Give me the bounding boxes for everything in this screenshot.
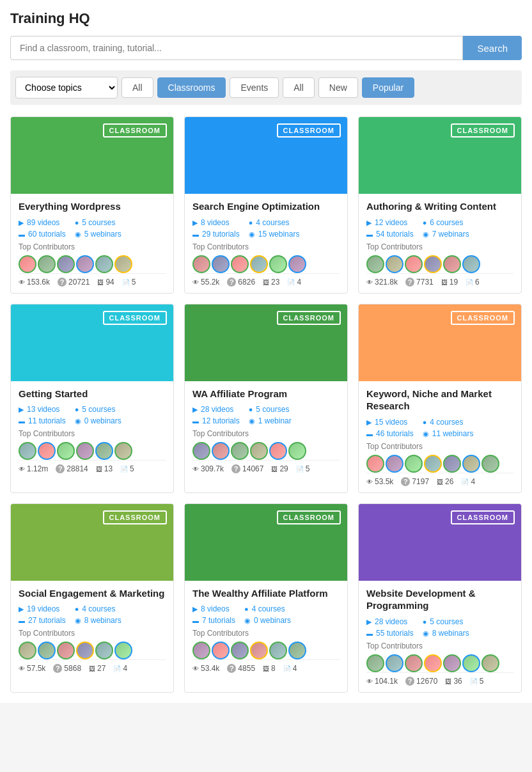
- card-authoring[interactable]: CLASSROOM Authoring & Writing Content 12…: [358, 116, 522, 294]
- course-icon: [423, 617, 427, 626]
- avatar-group-8: [192, 642, 340, 659]
- card-wa-affiliate[interactable]: CLASSROOM WA Affiliate Program 28 videos…: [184, 304, 348, 493]
- tutorial-icon: [19, 230, 25, 239]
- avatar: [443, 654, 461, 672]
- filter-all2-btn[interactable]: All: [283, 77, 315, 98]
- avatar: [481, 654, 499, 672]
- avatar: [114, 442, 132, 460]
- image-icon: [263, 278, 269, 287]
- card-getting-started[interactable]: CLASSROOM Getting Started 13 videos 11 t…: [10, 304, 174, 493]
- avatar: [366, 455, 384, 473]
- avatar: [269, 442, 287, 460]
- avatar: [114, 642, 132, 659]
- card-stats-3: 12 videos 54 tutorials 6 courses 7 webin…: [366, 218, 513, 239]
- avatar: [405, 455, 423, 473]
- search-button[interactable]: Search: [463, 36, 522, 60]
- top-contributors-label-5: Top Contributors: [192, 429, 340, 438]
- badge-3: CLASSROOM: [451, 123, 515, 138]
- page-title: Training HQ: [10, 10, 522, 27]
- avatar: [231, 642, 249, 659]
- card-footer-1: 153.6k 20721 94 5: [19, 273, 166, 287]
- avatar: [95, 642, 113, 659]
- card-footer-7: 57.5k 5868 27 4: [19, 659, 166, 673]
- avatar: [288, 642, 306, 659]
- card-footer-8: 53.4k 4855 8 4: [192, 659, 340, 673]
- topics-select[interactable]: Choose topics: [15, 77, 118, 98]
- top-contributors-label-3: Top Contributors: [366, 242, 513, 251]
- image-icon: [445, 677, 451, 686]
- filter-all-btn[interactable]: All: [121, 77, 153, 98]
- avatar: [19, 255, 36, 273]
- image-icon: [437, 477, 443, 486]
- eye-icon: [19, 664, 25, 673]
- avatar: [366, 255, 384, 273]
- card-stats-9: 28 videos 55 tutorials 5 courses 8 webin…: [366, 617, 513, 638]
- webinar-icon: [249, 230, 255, 239]
- webinar-icon: [75, 616, 81, 625]
- card-title-3: Authoring & Writing Content: [366, 200, 513, 213]
- avatar: [231, 442, 249, 460]
- book-icon: [287, 278, 295, 287]
- card-everything-wordpress[interactable]: CLASSROOM Everything Wordpress 89 videos…: [10, 116, 174, 294]
- card-thumb-8: CLASSROOM: [185, 504, 347, 581]
- filter-new-btn[interactable]: New: [318, 77, 358, 98]
- question-icon: [231, 464, 240, 473]
- badge-8: CLASSROOM: [277, 510, 341, 524]
- book-icon: [461, 477, 469, 486]
- card-thumb-4: CLASSROOM: [11, 304, 173, 381]
- page-container: Training HQ Search Choose topics All Cla…: [0, 0, 532, 703]
- search-bar: Search: [10, 36, 522, 60]
- avatar: [212, 255, 230, 273]
- question-icon: [405, 278, 414, 287]
- card-title-2: Search Engine Optimization: [192, 200, 340, 213]
- card-seo[interactable]: CLASSROOM Search Engine Optimization 8 v…: [184, 116, 348, 294]
- card-thumb-3: CLASSROOM: [359, 117, 521, 194]
- card-body-6: Keyword, Niche and Market Research 15 vi…: [359, 381, 521, 492]
- card-body-9: Website Development & Programming 28 vid…: [359, 581, 521, 692]
- tutorial-icon: [19, 416, 25, 425]
- filter-classrooms-btn[interactable]: Classrooms: [157, 77, 226, 98]
- card-stats-2: 8 videos 29 tutorials 4 courses 15 webin…: [192, 218, 340, 239]
- webinar-icon: [423, 629, 429, 638]
- webinar-icon: [75, 416, 81, 425]
- card-social-marketing[interactable]: CLASSROOM Social Engagement & Marketing …: [10, 503, 174, 693]
- avatar: [192, 642, 210, 659]
- book-icon: [470, 677, 478, 686]
- avatar: [95, 255, 113, 273]
- avatar: [405, 255, 423, 273]
- top-contributors-label-1: Top Contributors: [19, 242, 166, 251]
- card-stats-8: 8 videos 7 tutorials 4 courses 0 webinar…: [192, 604, 340, 625]
- avatar: [462, 654, 480, 672]
- search-input[interactable]: [10, 36, 463, 60]
- card-stats-7: 19 videos 27 tutorials 4 courses 8 webin…: [19, 604, 166, 625]
- video-icon: [366, 218, 372, 227]
- course-icon: [75, 218, 79, 227]
- webinar-icon: [249, 416, 255, 425]
- image-icon: [89, 664, 95, 673]
- card-title-9: Website Development & Programming: [366, 587, 513, 612]
- eye-icon: [366, 278, 373, 287]
- eye-icon: [192, 278, 199, 287]
- avatar: [38, 642, 56, 659]
- eye-icon: [19, 464, 25, 473]
- card-wealthy-affiliate[interactable]: CLASSROOM The Wealthy Affiliate Platform…: [184, 503, 348, 693]
- avatar: [481, 455, 499, 473]
- video-icon: [366, 418, 372, 427]
- question-icon: [227, 664, 236, 673]
- eye-icon: [366, 477, 373, 486]
- avatar: [231, 255, 249, 273]
- eye-icon: [192, 464, 199, 473]
- filter-events-btn[interactable]: Events: [230, 77, 279, 98]
- card-web-dev[interactable]: CLASSROOM Website Development & Programm…: [358, 503, 522, 693]
- card-title-7: Social Engagement & Marketing: [19, 587, 166, 600]
- video-icon: [192, 405, 198, 414]
- webinar-icon: [75, 230, 81, 239]
- avatar: [95, 442, 113, 460]
- card-keyword-research[interactable]: CLASSROOM Keyword, Niche and Market Rese…: [358, 304, 522, 493]
- avatar-group-7: [19, 642, 166, 659]
- avatar: [269, 642, 287, 659]
- top-contributors-label-7: Top Contributors: [19, 629, 166, 638]
- avatar: [288, 442, 306, 460]
- top-contributors-label-8: Top Contributors: [192, 629, 340, 638]
- filter-popular-btn[interactable]: Popular: [362, 77, 414, 98]
